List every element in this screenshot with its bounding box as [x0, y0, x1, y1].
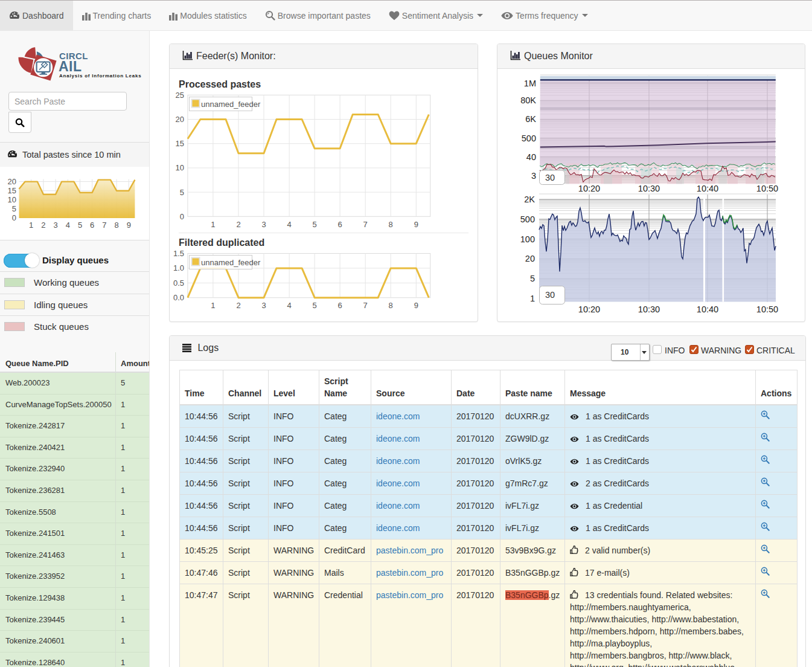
svg-text:10:40: 10:40 [697, 304, 718, 314]
svg-text:500: 500 [520, 214, 535, 224]
svg-text:1M: 1M [524, 79, 536, 88]
svg-text:500: 500 [522, 134, 536, 143]
svg-text:unnamed_feeder: unnamed_feeder [201, 258, 261, 267]
svg-text:1: 1 [530, 294, 535, 303]
svg-text:15: 15 [8, 186, 16, 195]
svg-text:9: 9 [127, 221, 131, 230]
svg-text:9: 9 [414, 220, 418, 229]
svg-text:3: 3 [261, 301, 266, 310]
svg-text:3: 3 [261, 220, 266, 229]
svg-text:25: 25 [176, 91, 184, 100]
svg-text:20: 20 [176, 115, 184, 124]
svg-text:5: 5 [78, 221, 82, 230]
svg-text:0.5: 0.5 [173, 279, 184, 288]
svg-text:0.0: 0.0 [173, 293, 184, 302]
svg-text:30: 30 [545, 173, 555, 182]
svg-text:6: 6 [337, 301, 342, 310]
svg-text:9: 9 [414, 301, 418, 310]
svg-text:15: 15 [176, 139, 184, 148]
svg-text:5: 5 [312, 301, 316, 310]
svg-text:20: 20 [8, 177, 16, 186]
svg-text:4: 4 [66, 221, 70, 230]
svg-text:6: 6 [90, 221, 94, 230]
svg-text:1: 1 [29, 221, 33, 230]
svg-text:5: 5 [12, 204, 16, 213]
svg-text:10: 10 [8, 195, 16, 204]
svg-text:8: 8 [389, 301, 393, 310]
svg-text:4: 4 [287, 301, 291, 310]
svg-text:20: 20 [525, 254, 535, 263]
svg-text:10:50: 10:50 [756, 304, 778, 314]
svg-text:3: 3 [53, 221, 57, 230]
svg-text:2: 2 [236, 301, 240, 310]
svg-text:5: 5 [530, 274, 535, 283]
svg-text:10:20: 10:20 [578, 304, 600, 314]
svg-text:2K: 2K [524, 195, 535, 204]
svg-text:1.5: 1.5 [173, 249, 184, 258]
svg-text:80K: 80K [520, 95, 536, 105]
svg-text:30: 30 [545, 290, 555, 300]
svg-text:0: 0 [180, 212, 184, 221]
svg-text:10: 10 [176, 163, 184, 172]
svg-text:40: 40 [526, 152, 536, 162]
svg-text:2: 2 [41, 221, 45, 230]
svg-text:10:30: 10:30 [638, 304, 660, 314]
svg-text:1: 1 [211, 220, 215, 229]
svg-text:8: 8 [114, 221, 118, 230]
svg-text:6: 6 [337, 220, 342, 229]
svg-text:0: 0 [12, 213, 16, 222]
svg-text:2: 2 [236, 220, 240, 229]
svg-text:1.0: 1.0 [173, 263, 184, 272]
svg-text:3: 3 [531, 171, 536, 181]
svg-text:100: 100 [520, 234, 535, 244]
svg-text:7: 7 [102, 221, 106, 230]
svg-text:5: 5 [180, 188, 184, 197]
svg-text:1: 1 [211, 301, 215, 310]
svg-text:7: 7 [363, 301, 368, 310]
svg-text:7: 7 [363, 220, 368, 229]
svg-text:5: 5 [312, 220, 316, 229]
svg-text:6K: 6K [525, 114, 536, 124]
svg-text:8: 8 [389, 220, 393, 229]
svg-text:4: 4 [287, 220, 291, 229]
svg-text:unnamed_feeder: unnamed_feeder [201, 100, 261, 109]
